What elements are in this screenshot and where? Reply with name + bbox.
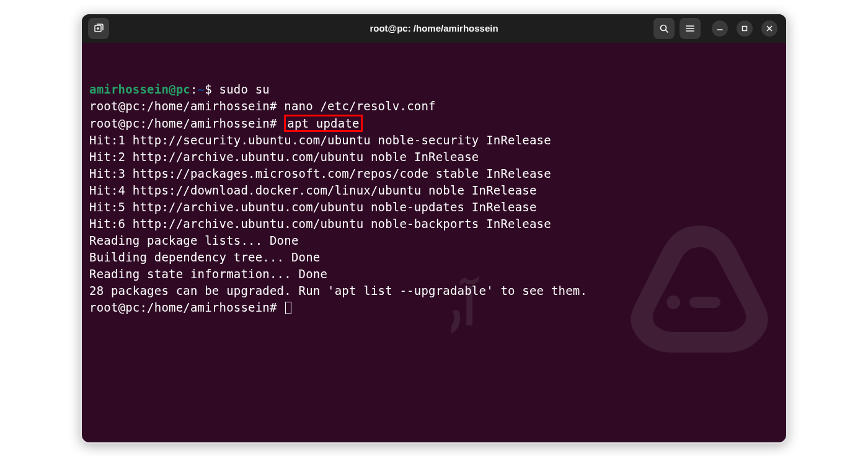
cursor [285, 302, 291, 314]
output-line: Hit:4 https://download.docker.com/linux/… [89, 182, 779, 199]
command-text: nano /etc/resolv.conf [284, 99, 435, 113]
terminal-line: amirhossein@pc:~$ sudo su [89, 81, 779, 98]
search-icon [659, 24, 669, 33]
prompt-separator: : [190, 82, 198, 96]
terminal-line: root@pc:/home/amirhossein# nano /etc/res… [89, 98, 779, 115]
output-line: Hit:6 http://archive.ubuntu.com/ubuntu n… [89, 216, 779, 232]
prompt-path: ~ [198, 82, 205, 96]
titlebar: root@pc: /home/amirhossein [82, 14, 786, 43]
minimize-icon [717, 25, 723, 32]
search-button[interactable] [653, 18, 675, 39]
highlighted-command: apt update [284, 115, 362, 132]
root-prompt: root@pc:/home/amirhossein# [89, 300, 284, 314]
output-line: Hit:5 http://archive.ubuntu.com/ubuntu n… [89, 199, 779, 216]
root-prompt: root@pc:/home/amirhossein# [89, 116, 284, 130]
svg-rect-7 [743, 26, 747, 30]
terminal-body[interactable]: amirhossein@pc:~$ sudo suroot@pc:/home/a… [82, 43, 786, 442]
output-line: Hit:3 https://packages.microsoft.com/rep… [89, 165, 779, 182]
close-icon [766, 25, 773, 32]
svg-line-2 [666, 30, 668, 32]
output-line: Reading state information... Done [89, 266, 779, 283]
terminal-line: root@pc:/home/amirhossein# [89, 299, 779, 316]
menu-button[interactable] [680, 18, 701, 39]
terminal-window: root@pc: /home/amirhossein [81, 13, 787, 444]
maximize-icon [742, 25, 748, 32]
terminal-line: root@pc:/home/amirhossein# apt update [89, 115, 779, 132]
output-line: Building dependency tree... Done [89, 249, 779, 266]
output-line: Hit:1 http://security.ubuntu.com/ubuntu … [89, 132, 779, 149]
maximize-button[interactable] [737, 20, 753, 37]
close-button[interactable] [761, 20, 777, 37]
root-prompt: root@pc:/home/amirhossein# [89, 99, 284, 113]
new-tab-icon [94, 24, 104, 33]
titlebar-right [653, 18, 780, 39]
prompt-symbol: $ [205, 82, 219, 96]
minimize-button[interactable] [712, 20, 728, 37]
new-tab-button[interactable] [88, 18, 109, 39]
command-text: sudo su [219, 82, 270, 96]
output-line: Hit:2 http://archive.ubuntu.com/ubuntu n… [89, 149, 779, 165]
window-controls [712, 20, 777, 37]
prompt-user: amirhossein@pc [89, 82, 190, 96]
titlebar-left [88, 18, 109, 39]
hamburger-icon [685, 24, 695, 33]
output-line: 28 packages can be upgraded. Run 'apt li… [89, 283, 779, 299]
window-title: root@pc: /home/amirhossein [370, 23, 498, 33]
output-line: Reading package lists... Done [89, 232, 779, 249]
command-text: apt update [287, 116, 359, 130]
